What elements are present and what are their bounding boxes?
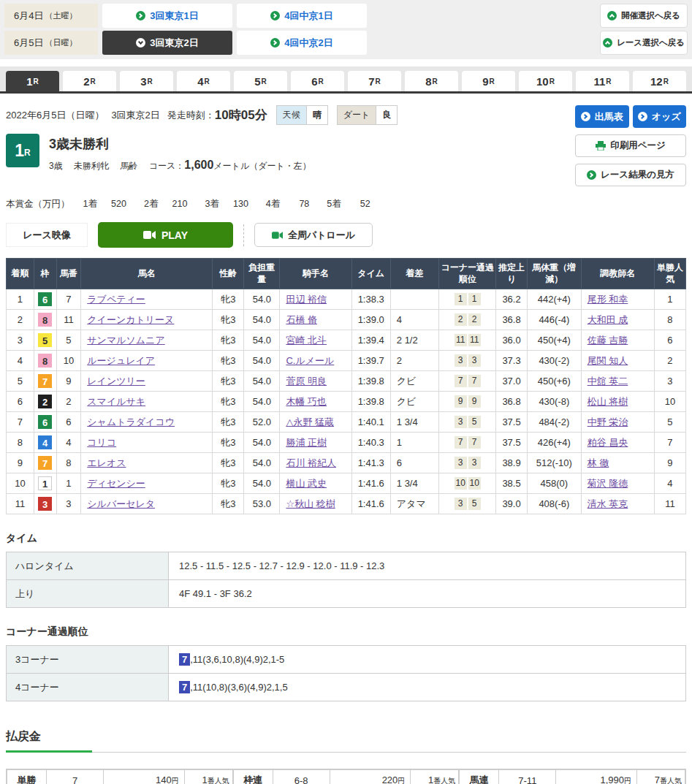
trainer-link[interactable]: 粕谷 昌央 — [588, 437, 628, 448]
column-header: 枠 — [34, 259, 56, 289]
horse-name-link[interactable]: エレオス — [87, 457, 126, 468]
race-tab-7r[interactable]: 7R — [348, 71, 401, 91]
horse-name-cell: コリコ — [81, 433, 213, 453]
prize-amount: 78 — [290, 199, 309, 209]
race-tab-9r[interactable]: 9R — [462, 71, 515, 91]
jockey-link[interactable]: 菅原 明良 — [286, 376, 327, 387]
jockey-link[interactable]: 石川 裕紀人 — [286, 457, 336, 468]
trainer-link[interactable]: 大和田 成 — [588, 314, 628, 325]
race-tab-3r[interactable]: 3R — [120, 71, 173, 91]
odds-button[interactable]: オッズ — [633, 105, 687, 128]
horse-body-weight: 450(+6) — [528, 371, 582, 392]
horse-name-link[interactable]: スマイルサキ — [87, 396, 145, 407]
corner-order-chips: 33 — [441, 457, 493, 469]
payout-amount-suffix: 円 — [624, 777, 631, 784]
horse-name-link[interactable]: シルバーセレタ — [87, 498, 155, 509]
carried-weight: 54.0 — [244, 330, 280, 351]
margin: クビ — [390, 392, 439, 412]
sex-age: 牝3 — [213, 494, 244, 514]
estimated-last-3f: 39.0 — [496, 494, 528, 514]
race-tab-5r[interactable]: 5R — [234, 71, 287, 91]
meeting-link[interactable]: 4回中京2日 — [237, 31, 367, 55]
prize-amount: 520 — [107, 199, 126, 209]
odds-label: オッズ — [652, 110, 681, 123]
back-to-meeting-button[interactable]: 開催選択へ戻る — [600, 4, 688, 28]
race-tab-12r[interactable]: 12R — [633, 71, 686, 91]
condition-age: 3歳 — [49, 161, 63, 171]
race-tab-10r[interactable]: 10R — [519, 71, 572, 91]
horse-name-link[interactable]: ラブペティー — [87, 294, 145, 305]
jockey-link[interactable]: 田辺 裕信 — [286, 294, 327, 305]
trainer-cell: 大和田 成 — [581, 310, 654, 330]
jockey-link[interactable]: 宮崎 北斗 — [286, 335, 327, 346]
trainer-link[interactable]: 尾形 和幸 — [588, 294, 628, 305]
result-row: 4810ルージュレイア牝354.0C.ルメール1:39.723337.3430(… — [7, 351, 686, 371]
results-guide-button[interactable]: レース結果の見方 — [575, 164, 686, 186]
entry-table-button[interactable]: 出馬表 — [575, 105, 629, 128]
race-tab-1r[interactable]: 1R — [6, 71, 59, 91]
jockey-link[interactable]: 木幡 巧也 — [286, 396, 327, 407]
patrol-video-button[interactable]: 全周パトロール — [254, 223, 373, 247]
prize-place-label: 4着 — [266, 198, 280, 210]
kv-value-text: ,11(3,6,10,8)(4,9)2,1-5 — [190, 654, 284, 665]
meeting-link[interactable]: 3回東京1日 — [102, 4, 232, 28]
horse-name-link[interactable]: ルージュレイア — [87, 355, 155, 366]
jockey-cell: 横山 武史 — [280, 473, 351, 494]
carried-weight: 53.0 — [244, 494, 280, 514]
estimated-last-3f: 37.0 — [496, 371, 528, 392]
estimated-last-3f: 36.0 — [496, 330, 528, 351]
horse-name-cell: スマイルサキ — [81, 392, 213, 412]
race-tab-11r[interactable]: 11R — [576, 71, 629, 91]
race-title: 3歳未勝利 — [49, 135, 311, 153]
trainer-link[interactable]: 菊沢 隆徳 — [588, 478, 628, 489]
horse-name-link[interactable]: シャムトラダイコウ — [87, 416, 175, 427]
trainer-link[interactable]: 清水 英克 — [588, 498, 628, 509]
result-row: 1011ディセンシー牝354.0横山 武史1:41.61 3/4101038.5… — [7, 473, 686, 494]
jockey-link[interactable]: C.ルメール — [286, 355, 334, 366]
course-suffix: メートル（ダート・左） — [213, 161, 311, 171]
kv-row-label: 3コーナー — [7, 646, 169, 674]
race-tab-4r[interactable]: 4R — [177, 71, 230, 91]
jockey-link[interactable]: 横山 武史 — [286, 478, 327, 489]
race-tab-6r[interactable]: 6R — [291, 71, 344, 91]
print-page-button[interactable]: 印刷用ページ — [575, 134, 686, 157]
bracket-cell: 5 — [34, 330, 56, 351]
bracket-badge: 8 — [38, 354, 52, 368]
kv-row-label: 上り — [7, 580, 169, 608]
meeting-link[interactable]: 3回東京2日 — [102, 31, 232, 55]
trainer-link[interactable]: 松山 将樹 — [588, 396, 628, 407]
carried-weight: 54.0 — [244, 289, 280, 310]
race-tab-2r[interactable]: 2R — [63, 71, 116, 91]
back-to-race-select-button[interactable]: レース選択へ戻る — [600, 31, 688, 55]
jockey-link[interactable]: △永野 猛蔵 — [286, 416, 334, 427]
trainer-link[interactable]: 佐藤 吉勝 — [588, 335, 628, 346]
bet-type-label: 枠連 — [233, 770, 273, 784]
kv-row-label: 4コーナー — [7, 674, 169, 701]
horse-name-link[interactable]: レインツリー — [87, 376, 145, 387]
trainer-link[interactable]: 林 徹 — [588, 457, 609, 468]
bracket-badge: 6 — [38, 292, 52, 306]
horse-name-link[interactable]: コリコ — [87, 437, 116, 448]
trainer-link[interactable]: 尾関 知人 — [588, 355, 628, 366]
trainer-link[interactable]: 中舘 英二 — [588, 376, 628, 387]
race-tab-8r[interactable]: 8R — [405, 71, 458, 91]
corner-order-chip: 7 — [468, 375, 481, 387]
trainer-link[interactable]: 中野 栄治 — [588, 416, 628, 427]
horse-name-link[interactable]: ディセンシー — [87, 478, 145, 489]
win-popularity: 1 — [654, 289, 685, 310]
jockey-link[interactable]: ☆秋山 稔樹 — [286, 498, 335, 509]
payout-amount-value: 140 — [156, 775, 172, 784]
finish-time: 1:39.8 — [351, 371, 390, 392]
jockey-link[interactable]: 勝浦 正樹 — [286, 437, 327, 448]
meeting-link-label: 4回中京1日 — [284, 9, 332, 23]
jockey-link[interactable]: 石橋 脩 — [286, 314, 317, 325]
horse-name-link[interactable]: サンマルソムニア — [87, 335, 164, 346]
play-button[interactable]: PLAY — [98, 222, 233, 248]
bracket-badge: 8 — [38, 313, 52, 327]
horse-name-link[interactable]: クイーンカトリーヌ — [87, 314, 174, 325]
meeting-link[interactable]: 4回中京1日 — [237, 4, 367, 28]
payout-amount-value: 1,990 — [600, 775, 624, 784]
video-camera-icon — [143, 231, 156, 239]
trainer-cell: 清水 英克 — [581, 494, 654, 514]
meeting-link-label: 3回東京2日 — [150, 37, 198, 50]
